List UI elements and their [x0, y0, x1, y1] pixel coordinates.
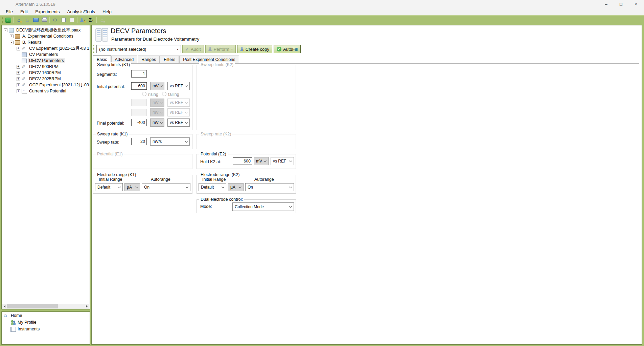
tree-item[interactable]: DECV Parameters [2, 58, 89, 64]
autorange-select-k1[interactable]: On [142, 183, 190, 191]
nav-label[interactable]: Instruments [18, 327, 40, 331]
final-ref-select[interactable]: vs REF [167, 118, 190, 127]
menu-item[interactable]: Analysis/Tools [64, 8, 99, 15]
page-title: DECV Parameters [111, 27, 166, 35]
autofill-button[interactable]: ✓ AutoFill [274, 45, 301, 53]
sweep-rate-label: Sweep rate: [97, 140, 119, 145]
copy-button[interactable] [68, 16, 76, 24]
create-copy-button[interactable]: ★ Create copy [237, 45, 272, 53]
new-experiment-icon [80, 18, 84, 22]
autorange-select-k2[interactable]: On [245, 183, 294, 191]
people-icon [10, 320, 16, 325]
tree-expander[interactable]: + [17, 77, 20, 81]
hold-k2-unit-select[interactable]: mV [254, 157, 269, 165]
tree-item-icon [22, 46, 27, 51]
properties-button[interactable] [60, 16, 67, 24]
tree-item[interactable]: + Current vs Potential [2, 88, 89, 94]
tree-expander[interactable]: + [17, 71, 20, 75]
perform-button: Perform ▾ [205, 45, 236, 53]
toolbar-grip[interactable] [2, 17, 3, 23]
tree-item[interactable]: - DECV测试环盘电极收集效率.paax [2, 27, 89, 33]
tools-button[interactable]: ⚙ [51, 16, 59, 24]
tree-item[interactable]: + DECV-1600RPM [2, 70, 89, 76]
actionbar-grip[interactable] [93, 45, 94, 53]
nav-label[interactable]: Home [11, 313, 22, 318]
hold-k2-input[interactable] [233, 157, 252, 165]
menu-item[interactable]: File [2, 8, 17, 15]
initial-potential-input[interactable] [131, 82, 147, 90]
menu-item[interactable]: Edit [17, 8, 31, 15]
tree-expander[interactable]: - [4, 28, 7, 32]
tree-item-label[interactable]: A. Experimental Conditions [21, 34, 74, 39]
back-button[interactable]: ← [4, 16, 12, 24]
tree-item[interactable]: + DECV-2025RPM [2, 76, 89, 82]
scroll-right-icon[interactable] [84, 304, 89, 309]
sweep-rate-unit-select[interactable]: mV/s [150, 137, 190, 146]
initial-unit-select[interactable]: mV [150, 82, 164, 90]
tab[interactable]: Ranges [138, 56, 160, 63]
segments-input[interactable] [131, 70, 147, 78]
sweep-rate-input[interactable] [131, 138, 147, 145]
tree-item-label[interactable]: DECV-2025RPM [28, 76, 62, 82]
maximize-button[interactable]: □ [614, 0, 628, 8]
print-button[interactable] [40, 16, 48, 24]
tree-item[interactable]: + CV Experiment [2021-12月-03 1 [2, 45, 89, 51]
audit-icon: ✓ [185, 47, 189, 52]
nav-item-home[interactable]: Home [2, 312, 90, 319]
analysis-button[interactable]: Σ ▾ [87, 16, 95, 24]
menu-item[interactable]: Help [99, 8, 115, 15]
tree-expander[interactable]: + [17, 47, 20, 50]
initial-range-select-k2[interactable]: Default [199, 183, 226, 191]
nav-item-instruments[interactable]: Instruments [2, 326, 90, 332]
nav-item-my-profile[interactable]: My Profile [2, 319, 90, 325]
initial-ref-select[interactable]: vs REF [167, 82, 190, 90]
initial-range-select-k1[interactable]: Default [95, 183, 123, 191]
tree-item-label[interactable]: DECV Parameters [28, 58, 65, 63]
tree-item-label[interactable]: DECV测试环盘电极收集效率.paax [15, 27, 82, 33]
tree-expander[interactable]: - [10, 41, 14, 44]
tree-item-label[interactable]: CV Experiment [2021-12月-03 1 [28, 45, 89, 51]
tree-expander[interactable]: + [17, 65, 20, 69]
tree-item-label[interactable]: DECV-900RPM [28, 64, 60, 69]
tree-item[interactable]: CV Parameters [2, 51, 89, 58]
analysis-sigma-icon: Σ [89, 18, 92, 22]
tree-item-label[interactable]: DECV-1600RPM [28, 70, 62, 75]
save-button[interactable] [32, 16, 40, 24]
minimize-button[interactable]: – [599, 0, 614, 8]
range-unit-select-k2[interactable]: µA [228, 183, 244, 191]
tree-item[interactable]: - B. Results [2, 39, 89, 45]
toolbar-separator [96, 17, 97, 23]
copy-icon [70, 18, 74, 22]
tab[interactable]: Filters [160, 56, 179, 63]
instrument-select[interactable]: (no instrument selected) ▾ [96, 45, 181, 53]
mode-select[interactable]: Collection Mode [232, 202, 294, 211]
menu-item[interactable]: Experiments [31, 8, 63, 15]
hold-k2-ref-select[interactable]: vs REF [271, 157, 294, 165]
scroll-left-icon[interactable] [2, 304, 7, 309]
tree-item-label[interactable]: Current vs Potential [28, 88, 67, 94]
tree-item[interactable]: + DECV-900RPM [2, 64, 89, 70]
close-button[interactable]: × [628, 0, 643, 8]
home-favorites-button[interactable]: ⌂ ★ [15, 16, 23, 24]
tree-item-label[interactable]: CV Parameters [28, 52, 59, 57]
nav-label[interactable]: My Profile [18, 320, 37, 325]
final-unit-select[interactable]: mV [150, 118, 164, 127]
tree-item[interactable]: + A. Experimental Conditions [2, 33, 89, 39]
titlebar: AfterMath 1.6.10519 – □ × [0, 0, 644, 8]
tree-expander[interactable]: + [10, 35, 14, 38]
tree-item-label[interactable]: OCP Experiment [2021-12月-03 [28, 82, 89, 88]
range-unit-select-k1[interactable]: µA [124, 183, 140, 191]
dropdown-arrow-icon: ▾ [231, 48, 233, 51]
scrollbar-thumb[interactable] [7, 304, 58, 308]
tree-item[interactable]: + OCP Experiment [2021-12月-03 [2, 82, 89, 88]
archive-home-button[interactable]: ⌂ [23, 16, 31, 24]
tree-item-label[interactable]: B. Results [21, 40, 43, 45]
electrode-range-k1-group: Electrode range (K1) Initial Range Autor… [93, 175, 192, 194]
tree-expander[interactable]: + [17, 83, 20, 87]
new-experiment-button[interactable]: ★ ▾ [79, 16, 87, 24]
sweep-limits-k2-group: Sweep limits (K2) [197, 65, 296, 130]
tree-horizontal-scrollbar[interactable] [2, 304, 89, 309]
final-potential-input[interactable] [131, 119, 147, 126]
tree-expander[interactable]: + [17, 89, 20, 93]
autorange-header: Autorange [151, 177, 170, 182]
